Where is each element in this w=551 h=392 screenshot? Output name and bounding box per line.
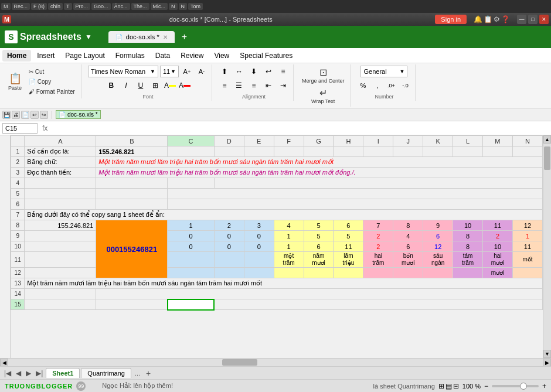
cell-m10[interactable]: 10: [483, 241, 513, 252]
cell-e12[interactable]: [244, 268, 274, 278]
fill-color-button[interactable]: A: [164, 80, 176, 91]
taskbar-rec[interactable]: Rec...: [12, 3, 30, 10]
col-header-c[interactable]: C: [168, 136, 215, 146]
cell-i1[interactable]: [363, 146, 393, 157]
merge-center-button[interactable]: ⊡ Merge and Center: [300, 66, 347, 85]
taskbar-f[interactable]: F (8): [31, 3, 47, 10]
align-middle-button[interactable]: ↔: [233, 66, 246, 77]
cell-g8[interactable]: 5: [304, 220, 334, 231]
cell-g11[interactable]: nămmươi: [304, 252, 334, 268]
cell-b3[interactable]: Một trăm năm mươi lăm triệu hai trăm bốn…: [96, 168, 543, 178]
menu-review[interactable]: Review: [176, 50, 208, 62]
cell-n12[interactable]: [512, 268, 542, 278]
increase-decimal-button[interactable]: .0+: [385, 80, 397, 91]
cell-m1[interactable]: [483, 146, 513, 157]
taskbar-tom[interactable]: Tom: [188, 3, 203, 10]
cell-h8[interactable]: 6: [334, 220, 363, 231]
formula-button[interactable]: fx: [40, 124, 50, 132]
col-header-a[interactable]: A: [25, 136, 96, 146]
cell-f11[interactable]: mộttrăm: [274, 252, 304, 268]
cell-e8[interactable]: 3: [244, 220, 274, 231]
cell-i12[interactable]: [363, 268, 393, 278]
cell-c4[interactable]: [168, 178, 215, 189]
decrease-decimal-button[interactable]: -.0: [399, 80, 411, 91]
menu-view[interactable]: View: [209, 50, 234, 62]
cell-i9[interactable]: 2: [363, 231, 393, 241]
cell-g9[interactable]: 5: [304, 231, 334, 241]
align-center-button[interactable]: ☰: [233, 80, 246, 91]
cell-e11[interactable]: [244, 252, 274, 268]
cell-e1[interactable]: [244, 146, 274, 157]
col-header-j[interactable]: J: [393, 136, 423, 146]
cell-j11[interactable]: bốnmươi: [393, 252, 423, 268]
undo-button[interactable]: ↩: [30, 111, 39, 119]
close-button[interactable]: ✕: [539, 15, 549, 24]
copy-button[interactable]: 📄 Copy: [26, 77, 78, 86]
redo-button[interactable]: ↪: [40, 111, 48, 119]
sheet-more-button[interactable]: ...: [132, 370, 142, 377]
cell-i11[interactable]: haitrăm: [363, 252, 393, 268]
cell-a5[interactable]: [25, 189, 96, 199]
col-header-k[interactable]: K: [423, 136, 453, 146]
taskbar-pro[interactable]: Pro...: [73, 3, 91, 10]
cell-a8[interactable]: 155.246.821: [25, 220, 96, 231]
cell-g12[interactable]: [304, 268, 334, 278]
taskbar-chin[interactable]: chín: [48, 3, 63, 10]
sheet-nav-prev[interactable]: ◀: [14, 369, 23, 377]
taskbar-goo[interactable]: Goo...: [91, 3, 111, 10]
maximize-button[interactable]: □: [528, 15, 538, 24]
doc-tab[interactable]: 📄 doc-so.xls * ✕: [108, 31, 175, 43]
cell-a11[interactable]: [25, 252, 96, 268]
cell-b8[interactable]: 000155246821: [96, 220, 168, 278]
cell-j1[interactable]: [393, 146, 423, 157]
new-tab-button[interactable]: +: [182, 32, 187, 42]
scroll-up-button[interactable]: ▲: [543, 135, 551, 144]
decrease-indent-button[interactable]: ⇤: [262, 80, 275, 91]
cell-a4[interactable]: [25, 178, 96, 189]
align-bottom-button[interactable]: ⬇: [247, 66, 260, 77]
menu-insert[interactable]: Insert: [32, 50, 59, 62]
cell-b4[interactable]: [96, 178, 168, 189]
cell-f12[interactable]: [274, 268, 304, 278]
cell-a1[interactable]: Số cần đọc là:: [25, 146, 96, 157]
view-page-icon[interactable]: ⊟: [453, 382, 459, 390]
bold-button[interactable]: B: [105, 80, 118, 91]
wrap-text-button[interactable]: ↵ Wrap Text: [309, 86, 337, 105]
taskbar-n2[interactable]: N: [179, 3, 188, 10]
menu-data[interactable]: Data: [151, 50, 175, 62]
scroll-down-button[interactable]: ▼: [543, 350, 551, 358]
cell-m8[interactable]: 11: [483, 220, 513, 231]
cell-m9[interactable]: 2: [483, 231, 513, 241]
scroll-right-button[interactable]: ▶: [543, 359, 551, 367]
cell-l9[interactable]: 8: [453, 231, 483, 241]
sheet-tab-sheet1[interactable]: Sheet1: [46, 368, 80, 378]
cell-b2[interactable]: Một trăm năm mươi lăm triệu hai trăm bốn…: [96, 157, 543, 168]
italic-button[interactable]: I: [120, 80, 132, 91]
decrease-font-button[interactable]: A-: [195, 66, 208, 77]
cell-a13[interactable]: Một trăm năm mươi lăm triệu hai trăm bốn…: [25, 278, 543, 289]
cell-j12[interactable]: [393, 268, 423, 278]
paste-button[interactable]: 📋 Paste: [6, 71, 24, 92]
zoom-decrease-button[interactable]: −: [484, 382, 488, 390]
cell-b1[interactable]: 155.246.821: [96, 146, 168, 157]
align-left-button[interactable]: ≡: [218, 80, 231, 91]
cell-k10[interactable]: 12: [423, 241, 453, 252]
vertical-scrollbar[interactable]: ▲ ▼: [543, 135, 551, 358]
cell-d8[interactable]: 2: [214, 220, 244, 231]
col-header-g[interactable]: G: [304, 136, 334, 146]
cell-h1[interactable]: [334, 146, 363, 157]
cell-e10[interactable]: 0: [244, 241, 274, 252]
menu-formulas[interactable]: Formulas: [111, 50, 149, 62]
horizontal-scroll-thumb[interactable]: [222, 359, 257, 366]
number-format-selector[interactable]: General ▼: [360, 66, 407, 77]
cell-c8[interactable]: 1: [168, 220, 215, 231]
cell-k12[interactable]: [423, 268, 453, 278]
cell-j8[interactable]: 8: [393, 220, 423, 231]
cell-d11[interactable]: [214, 252, 244, 268]
cell-b14[interactable]: [96, 289, 543, 299]
cell-b15[interactable]: [96, 299, 168, 310]
cell-a12[interactable]: [25, 268, 96, 278]
cell-c1[interactable]: [168, 146, 215, 157]
underline-button[interactable]: U: [134, 80, 147, 91]
cell-c5[interactable]: [168, 189, 543, 199]
